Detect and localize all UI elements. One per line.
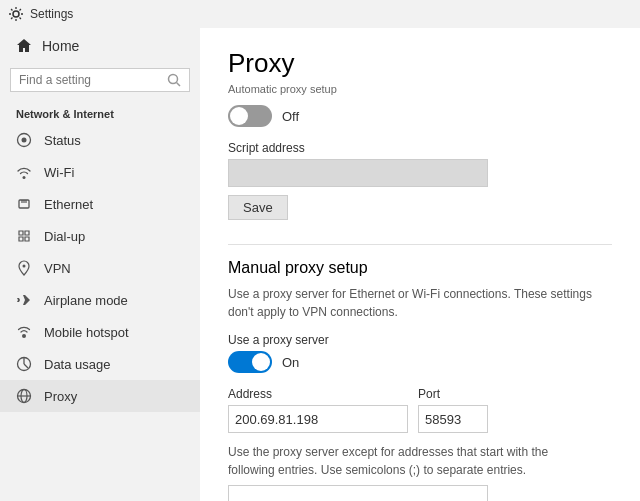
sidebar-label-airplane: Airplane mode [44,293,128,308]
sidebar-section-title: Network & Internet [0,102,200,124]
exception-description: Use the proxy server except for addresse… [228,443,598,479]
sidebar-item-home[interactable]: Home [0,28,200,64]
status-icon [16,132,32,148]
sidebar-item-hotspot[interactable]: Mobile hotspot [0,316,200,348]
airplane-icon [16,292,32,308]
sidebar-item-vpn[interactable]: VPN [0,252,200,284]
title-bar: Settings [0,0,640,28]
script-address-input[interactable] [228,159,488,187]
sidebar-item-proxy[interactable]: Proxy [0,380,200,412]
main-content: Proxy Automatic proxy setup Off Script a… [200,28,640,501]
proxy-icon [16,388,32,404]
sidebar-item-status[interactable]: Status [0,124,200,156]
sidebar-label-dialup: Dial-up [44,229,85,244]
search-icon [167,73,181,87]
manual-proxy-toggle[interactable] [228,351,272,373]
port-input[interactable] [418,405,488,433]
port-label: Port [418,387,488,401]
manual-description: Use a proxy server for Ethernet or Wi-Fi… [228,285,598,321]
sidebar-item-airplane[interactable]: Airplane mode [0,284,200,316]
sidebar-label-hotspot: Mobile hotspot [44,325,129,340]
svg-point-0 [13,11,19,17]
sidebar: Home Network & Internet Status [0,28,200,501]
sidebar-item-datausage[interactable]: Data usage [0,348,200,380]
auto-save-button[interactable]: Save [228,195,288,220]
manual-proxy-toggle-row: On [228,351,612,373]
use-proxy-label: Use a proxy server [228,333,612,347]
wifi-icon [16,164,32,180]
svg-line-2 [177,83,181,87]
address-port-row: Address Port [228,387,612,433]
sidebar-label-wifi: Wi-Fi [44,165,74,180]
sidebar-item-dialup[interactable]: Dial-up [0,220,200,252]
auto-proxy-toggle-label: Off [282,109,299,124]
auto-proxy-toggle-row: Off [228,105,612,127]
datausage-icon [16,356,32,372]
home-label: Home [42,38,79,54]
svg-point-1 [169,75,178,84]
divider [228,244,612,245]
exception-textarea[interactable] [228,485,488,501]
ethernet-icon [16,196,32,212]
settings-icon [8,6,24,22]
svg-point-9 [23,265,26,268]
page-title: Proxy [228,48,612,79]
manual-setup-heading: Manual proxy setup [228,259,612,277]
sidebar-item-wifi[interactable]: Wi-Fi [0,156,200,188]
home-icon [16,38,32,54]
search-input[interactable] [19,73,167,87]
address-label: Address [228,387,408,401]
sidebar-label-proxy: Proxy [44,389,77,404]
auto-proxy-toggle[interactable] [228,105,272,127]
address-group: Address [228,387,408,433]
sidebar-label-status: Status [44,133,81,148]
auto-setup-subtitle: Automatic proxy setup [228,83,612,95]
hotspot-icon [16,324,32,340]
sidebar-label-ethernet: Ethernet [44,197,93,212]
title-bar-label: Settings [30,7,73,21]
script-address-label: Script address [228,141,612,155]
sidebar-search-box[interactable] [10,68,190,92]
svg-point-4 [22,138,27,143]
sidebar-label-datausage: Data usage [44,357,111,372]
sidebar-item-ethernet[interactable]: Ethernet [0,188,200,220]
port-group: Port [418,387,488,433]
dialup-icon [16,228,32,244]
sidebar-label-vpn: VPN [44,261,71,276]
vpn-icon [16,260,32,276]
manual-proxy-toggle-label: On [282,355,299,370]
address-input[interactable] [228,405,408,433]
